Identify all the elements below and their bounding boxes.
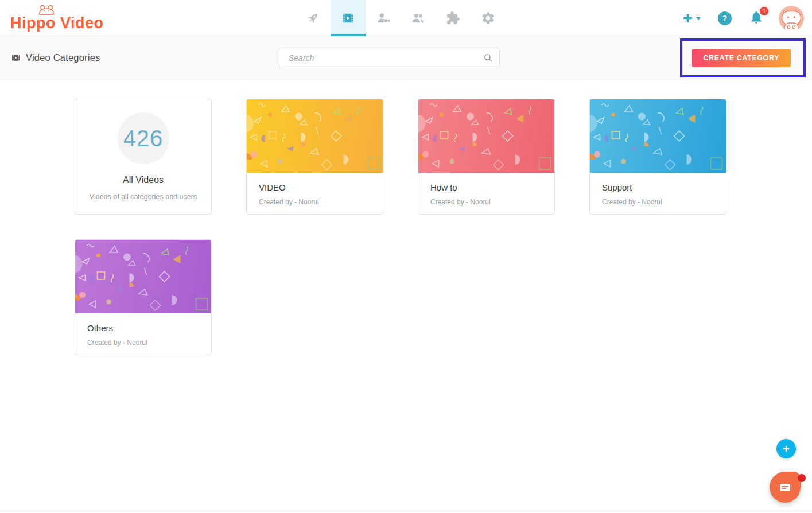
main-navigation	[296, 0, 506, 36]
chat-unread-dot	[798, 474, 806, 482]
confetti-pattern	[590, 99, 726, 173]
tab-settings[interactable]	[471, 0, 506, 36]
brand-name: Hippo Video	[10, 14, 104, 32]
puzzle-icon	[446, 11, 460, 25]
chevron-down-icon	[696, 17, 701, 20]
top-bar: Hippo Video	[0, 0, 812, 36]
confetti-pattern	[75, 240, 211, 313]
hippo-video-logo[interactable]: Hippo Video	[10, 8, 104, 31]
search-input[interactable]	[279, 48, 500, 68]
tab-user-videos[interactable]	[366, 0, 401, 36]
video-count: 426	[123, 126, 164, 151]
card-title: How to	[430, 182, 542, 192]
plus-icon	[782, 444, 791, 453]
video-library-icon	[341, 11, 355, 25]
hippo-avatar-icon	[779, 6, 804, 31]
confetti-pattern	[247, 99, 383, 173]
card-created-by: Created by - Noorul	[430, 198, 542, 206]
create-new-dropdown[interactable]	[682, 12, 701, 24]
category-thumbnail	[247, 99, 383, 173]
chat-widget-button[interactable]	[770, 472, 801, 503]
video-library-icon	[11, 53, 21, 63]
window-bottom-edge	[0, 511, 812, 511]
search-icon	[483, 53, 493, 63]
category-card-grid: 426 All Videos Videos of all categories …	[75, 99, 729, 355]
card-category-others[interactable]: Others Created by - Noorul	[75, 239, 212, 355]
search-box	[279, 48, 500, 68]
rocket-icon	[306, 11, 320, 25]
notifications-button[interactable]: 1	[749, 10, 764, 27]
card-title: Others	[87, 323, 199, 333]
user-video-icon	[376, 11, 390, 25]
category-thumbnail	[75, 240, 211, 313]
card-category-video[interactable]: VIDEO Created by - Noorul	[246, 99, 383, 215]
page-title-label: Video Categories	[26, 52, 100, 63]
card-title: VIDEO	[259, 182, 371, 192]
help-button[interactable]: ?	[718, 11, 732, 25]
card-created-by: Created by - Noorul	[259, 198, 371, 206]
page-header-bar: Video Categories CREATE CATEGORY	[0, 36, 812, 79]
create-category-button[interactable]: CREATE CATEGORY	[692, 49, 791, 67]
tab-video-categories[interactable]	[331, 0, 366, 36]
add-fab-button[interactable]	[776, 439, 796, 458]
gear-icon	[481, 11, 495, 25]
card-category-how-to[interactable]: How to Created by - Noorul	[418, 99, 555, 215]
chat-icon	[778, 480, 792, 494]
tab-teams[interactable]	[401, 0, 436, 36]
card-subtitle: Videos of all categories and users	[90, 193, 197, 201]
card-title: Support	[602, 182, 714, 192]
card-title: All Videos	[123, 175, 164, 185]
hippo-head-icon	[38, 5, 55, 15]
notification-count-badge: 1	[759, 6, 769, 16]
help-label: ?	[722, 14, 728, 23]
confetti-pattern	[418, 99, 554, 173]
people-icon	[411, 11, 425, 25]
category-thumbnail	[590, 99, 726, 173]
plus-icon	[682, 12, 694, 24]
card-created-by: Created by - Noorul	[87, 339, 199, 347]
page-title: Video Categories	[11, 36, 100, 79]
category-thumbnail	[418, 99, 554, 173]
card-all-videos[interactable]: 426 All Videos Videos of all categories …	[75, 99, 212, 215]
video-categories-page: Hippo Video	[0, 0, 812, 513]
tab-launch[interactable]	[296, 0, 331, 36]
user-avatar[interactable]	[779, 6, 804, 31]
tab-integrations[interactable]	[436, 0, 471, 36]
topbar-actions: ? 1	[682, 0, 812, 36]
card-created-by: Created by - Noorul	[602, 198, 714, 206]
video-count-circle: 426	[118, 112, 169, 164]
card-category-support[interactable]: Support Created by - Noorul	[589, 99, 726, 215]
